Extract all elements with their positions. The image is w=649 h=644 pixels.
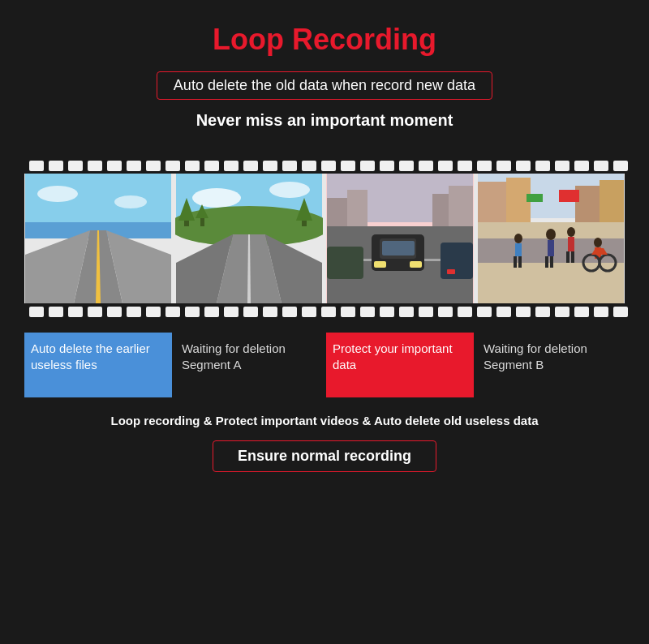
ensure-text: Ensure normal recording xyxy=(238,448,411,464)
labels-row: Auto delete the earlier useless files Wa… xyxy=(24,333,625,397)
perf xyxy=(399,307,414,317)
svg-rect-0 xyxy=(25,174,171,230)
perf xyxy=(107,307,122,317)
perf xyxy=(477,307,492,317)
label-protect: Protect your important data xyxy=(326,333,474,397)
perf xyxy=(594,161,608,171)
perf xyxy=(302,307,316,317)
perf xyxy=(399,161,414,171)
perf xyxy=(224,307,239,317)
svg-rect-62 xyxy=(518,256,522,268)
perf xyxy=(165,161,180,171)
perf xyxy=(49,307,63,317)
perf xyxy=(68,307,83,317)
label-auto-delete: Auto delete the earlier useless files xyxy=(24,333,172,397)
film-image-3 xyxy=(326,174,474,303)
label-text-2: Waiting for deletion Segment A xyxy=(182,341,316,372)
perf xyxy=(49,161,63,171)
perf xyxy=(594,307,608,317)
perf xyxy=(282,161,297,171)
perf xyxy=(477,161,492,171)
svg-point-7 xyxy=(114,195,147,208)
perf xyxy=(68,161,83,171)
svg-point-9 xyxy=(192,188,241,208)
perf xyxy=(127,161,141,171)
perf xyxy=(438,307,453,317)
perf xyxy=(185,161,200,171)
perf xyxy=(555,161,569,171)
perf xyxy=(146,307,161,317)
svg-rect-42 xyxy=(559,190,579,202)
film-image-2 xyxy=(175,174,323,303)
perf xyxy=(516,307,531,317)
perf xyxy=(107,161,122,171)
label-text-1: Auto delete the earlier useless files xyxy=(31,341,165,372)
perf xyxy=(458,161,472,171)
svg-rect-47 xyxy=(548,240,554,256)
film-images xyxy=(24,174,625,303)
svg-rect-61 xyxy=(514,256,517,268)
svg-point-50 xyxy=(567,227,575,237)
perf xyxy=(458,307,472,317)
svg-rect-53 xyxy=(571,251,574,263)
svg-point-6 xyxy=(37,186,78,202)
perf xyxy=(185,307,200,317)
perf xyxy=(574,161,589,171)
svg-point-10 xyxy=(269,182,310,198)
svg-point-59 xyxy=(514,234,522,243)
svg-rect-26 xyxy=(449,186,473,226)
perf xyxy=(204,307,219,317)
film-image-4 xyxy=(477,174,625,303)
perf xyxy=(380,161,394,171)
bottom-description: Loop recording & Protect important video… xyxy=(110,414,538,427)
label-waiting-a: Waiting for deletion Segment A xyxy=(175,333,323,397)
perf xyxy=(29,161,44,171)
perf xyxy=(380,307,394,317)
svg-point-46 xyxy=(546,229,556,240)
perf xyxy=(243,161,258,171)
perf xyxy=(613,161,628,171)
perf xyxy=(574,307,589,317)
svg-rect-48 xyxy=(545,256,548,268)
perf xyxy=(360,307,375,317)
film-image-1 xyxy=(24,174,172,303)
svg-rect-35 xyxy=(441,243,473,279)
svg-rect-49 xyxy=(550,256,553,268)
perf xyxy=(224,161,239,171)
label-text-4: Waiting for deletion Segment B xyxy=(484,341,618,372)
perf xyxy=(555,307,569,317)
perf xyxy=(321,161,336,171)
perf xyxy=(535,307,550,317)
svg-rect-41 xyxy=(600,180,624,222)
perf xyxy=(496,307,511,317)
label-waiting-b: Waiting for deletion Segment B xyxy=(477,333,625,397)
film-perfs-bottom xyxy=(24,303,625,320)
tagline: Never miss an important moment xyxy=(196,111,453,130)
svg-rect-52 xyxy=(566,251,569,263)
perf xyxy=(88,307,102,317)
perf xyxy=(146,161,161,171)
perf xyxy=(419,307,433,317)
perf xyxy=(321,307,336,317)
perf xyxy=(341,307,355,317)
ensure-box: Ensure normal recording xyxy=(213,440,436,472)
svg-rect-24 xyxy=(347,190,367,226)
perf xyxy=(360,161,375,171)
label-text-3: Protect your important data xyxy=(333,341,467,372)
svg-rect-38 xyxy=(478,182,510,222)
perf xyxy=(535,161,550,171)
svg-rect-51 xyxy=(568,237,574,251)
perf xyxy=(496,161,511,171)
svg-rect-31 xyxy=(382,241,415,255)
svg-rect-60 xyxy=(515,243,522,256)
perf xyxy=(263,161,277,171)
perf xyxy=(419,161,433,171)
film-strip xyxy=(24,149,625,328)
film-perfs-top xyxy=(24,157,625,174)
perf xyxy=(613,307,628,317)
perf xyxy=(88,161,102,171)
perf xyxy=(29,307,44,317)
svg-rect-32 xyxy=(374,261,386,268)
perf xyxy=(165,307,180,317)
perf xyxy=(204,161,219,171)
